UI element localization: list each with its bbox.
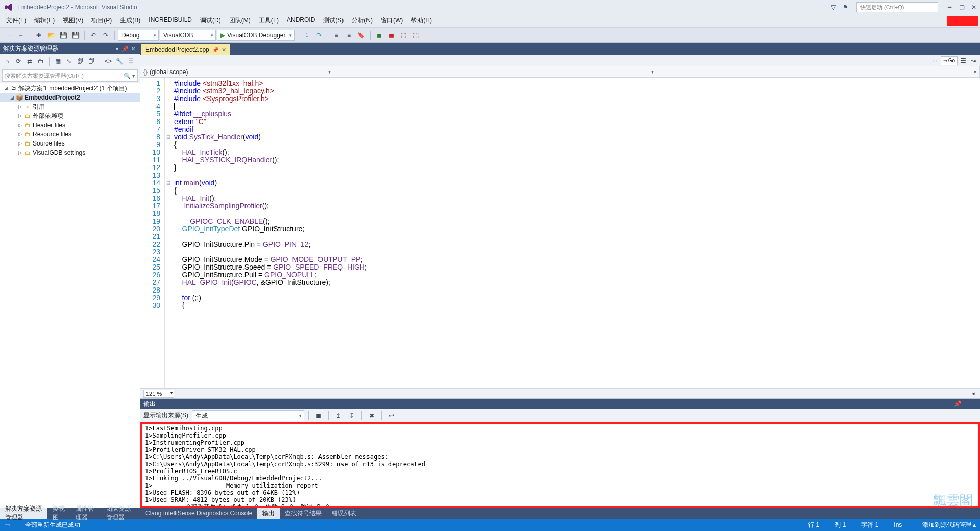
clean-icon[interactable]: ◼ [386,30,397,41]
type-dropdown[interactable] [334,66,657,77]
out-pin-icon[interactable]: 📌 [953,400,962,408]
bottom-tab[interactable]: 类视图 [47,508,70,519]
nav-fwd-button[interactable]: → [15,30,27,41]
go-button[interactable]: ↪ Go [941,56,958,65]
uncomment-icon[interactable]: ≡ [344,30,355,41]
se-pending-icon[interactable]: 🗀 [36,56,46,66]
menu-item[interactable]: 调试(D) [196,14,225,27]
member-dropdown[interactable] [657,66,981,77]
nav-next-icon[interactable]: ↝ [969,56,978,65]
out-next-icon[interactable]: ↧ [346,410,357,421]
undo-button[interactable]: ↶ [88,30,99,41]
se-properties-icon[interactable]: 🗍 [86,56,96,66]
out-close-icon[interactable]: ✕ [966,400,975,408]
open-file-button[interactable]: 📂 [45,30,57,41]
tree-node[interactable]: ▷🗀Source files [0,139,140,148]
se-collapse-icon[interactable]: ⤡ [64,56,74,66]
nav-prev-icon[interactable]: ↔ [930,56,940,65]
menu-item[interactable]: 文件(F) [2,14,30,27]
se-copy-icon[interactable]: 🗐 [75,56,85,66]
out-clear-icon[interactable]: ✖ [366,410,377,421]
maximize-button[interactable]: ▢ [957,3,966,11]
se-refresh-icon[interactable]: ⟳ [13,56,23,66]
menu-item[interactable]: 测试(S) [319,14,348,27]
solution-platform-dropdown[interactable]: VisualGDB [160,30,216,41]
tree-node[interactable]: ▷▫引用 [0,102,140,111]
tree-node[interactable]: ▷🗀Resource files [0,130,140,139]
tree-solution-root[interactable]: ◢🗂解决方案"EmbeddedProject2"(1 个项目) [0,84,140,93]
panel-dropdown-icon[interactable]: ▾ [113,45,120,52]
save-button[interactable]: 💾 [58,30,69,41]
comment-icon[interactable]: ≡ [331,30,342,41]
menu-item[interactable]: ANDROID [283,14,319,27]
se-filter-icon[interactable]: ☰ [126,56,136,66]
fold-gutter[interactable]: ⊟⊟ [165,78,172,388]
step-over-icon[interactable]: ↷ [313,30,325,41]
code-editor[interactable]: 1234567891011121314151617181920212223242… [140,78,980,388]
solution-explorer-title: 解决方案资源管理器 [3,44,58,53]
out-dropdown-icon[interactable]: ▾ [940,400,949,408]
panel-pin-icon[interactable]: 📌 [121,45,129,52]
flag-icon[interactable]: ⚑ [841,3,850,11]
output-source-dropdown[interactable]: 生成 [192,410,304,421]
bottom-tab[interactable]: 输出 [257,508,280,519]
quick-launch-input[interactable]: 快速启动 (Ctrl+Q) [856,2,938,12]
sign-in-banner[interactable] [947,16,978,26]
menu-item[interactable]: 项目(P) [87,14,116,27]
code-body[interactable]: #include <stm32f1xx_hal.h>#include <stm3… [172,78,980,388]
output-body[interactable]: 1>FastSemihosting.cpp 1>SamplingProfiler… [140,422,980,508]
vg-icon-2[interactable]: ⬚ [410,30,422,41]
start-debug-button[interactable]: ▶VisualGDB Debugger [217,30,295,41]
menu-item[interactable]: 窗口(W) [377,14,407,27]
vg-icon-1[interactable]: ⬚ [398,30,409,41]
tree-node[interactable]: ▷🗀外部依赖项 [0,111,140,120]
panel-close-icon[interactable]: ✕ [130,45,137,52]
out-prev-icon[interactable]: ↥ [333,410,344,421]
redo-button[interactable]: ↷ [100,30,111,41]
menu-item[interactable]: 帮助(H) [407,14,436,27]
se-wrench-icon[interactable]: 🔧 [114,56,125,66]
solution-tree[interactable]: ◢🗂解决方案"EmbeddedProject2"(1 个项目) ◢📦Embedd… [0,83,140,519]
close-button[interactable]: ✕ [969,3,978,11]
minimize-button[interactable]: ━ [945,3,954,11]
zoom-dropdown[interactable]: 121 % [143,390,174,398]
build-icon[interactable]: ◼ [374,30,385,41]
bottom-tab[interactable]: 属性管理器 [70,508,102,519]
bottom-tab[interactable]: 查找符号结果 [280,508,327,519]
bottom-tab[interactable]: 团队资源管理器 [101,508,140,519]
step-into-icon[interactable]: ⤵ [301,30,312,41]
tree-node[interactable]: ▷🗀Header files [0,120,140,130]
menu-item[interactable]: 工具(T) [255,14,283,27]
nav-list-icon[interactable]: ☰ [959,56,968,65]
out-goto-icon[interactable]: ≣ [313,410,324,421]
menu-item[interactable]: 视图(V) [59,14,87,27]
tab-close-icon[interactable]: ✕ [222,46,226,53]
bottom-tab[interactable]: 解决方案资源管理器 [0,508,47,519]
save-all-button[interactable]: 💾 [70,30,81,41]
bookmark-icon[interactable]: 🔖 [356,30,367,41]
tree-node[interactable]: ▷🗀VisualGDB settings [0,148,140,157]
solution-config-dropdown[interactable]: Debug [118,30,159,41]
se-home-icon[interactable]: ⌂ [2,56,12,66]
menu-item[interactable]: 团队(M) [225,14,255,27]
nav-back-button[interactable]: ◦ [3,30,14,41]
se-showall-icon[interactable]: ▦ [53,56,63,66]
hscroll-left-icon[interactable]: ◂ [970,390,977,397]
bottom-tab[interactable]: Clang IntelliSense Diagnostics Console [140,508,257,519]
menu-item[interactable]: 分析(N) [348,14,377,27]
se-sync-icon[interactable]: ⇄ [24,56,35,66]
scope-dropdown[interactable]: {}(global scope) [140,66,334,77]
status-scc[interactable]: ↑ 添加到源代码管理 ▴ [917,521,976,529]
bottom-tab[interactable]: 错误列表 [327,508,361,519]
new-project-button[interactable]: ✚ [33,30,44,41]
notify-icon[interactable]: ▽ [828,3,838,11]
menu-item[interactable]: INCREDIBUILD [144,14,196,27]
se-viewcode-icon[interactable]: <> [103,56,113,66]
tree-project[interactable]: ◢📦EmbeddedProject2 [0,93,140,102]
solution-explorer-search[interactable]: 搜索解决方案资源管理器(Ctrl+;) 🔍 ▾ [2,69,138,82]
tab-pin-icon[interactable]: 📌 [212,47,218,53]
tab-active-file[interactable]: EmbeddedProject2.cpp 📌 ✕ [141,44,230,55]
out-wrap-icon[interactable]: ↩ [386,410,397,421]
menu-item[interactable]: 编辑(E) [30,14,59,27]
menu-item[interactable]: 生成(B) [116,14,144,27]
